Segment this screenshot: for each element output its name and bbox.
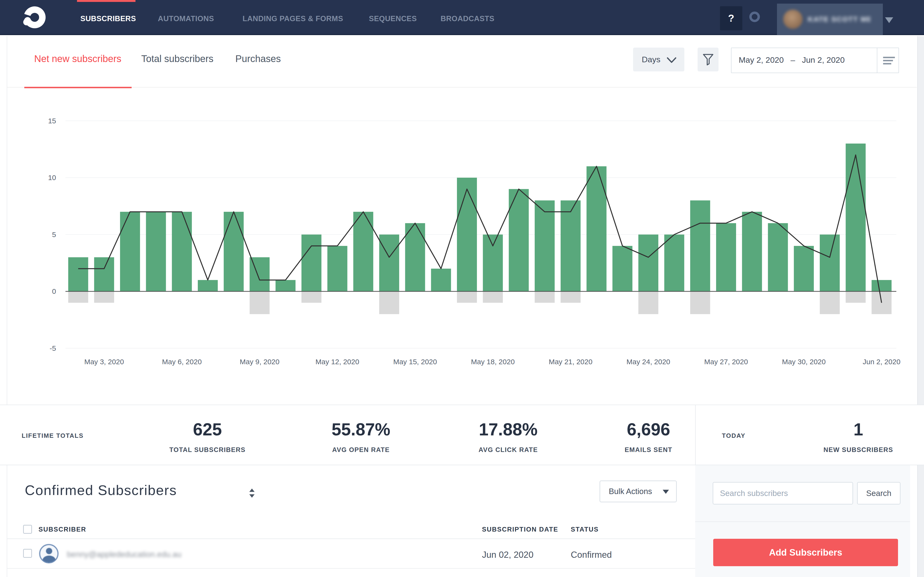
svg-text:May 24, 2020: May 24, 2020	[627, 358, 670, 366]
svg-text:15: 15	[48, 117, 56, 125]
svg-text:May 21, 2020: May 21, 2020	[549, 358, 593, 366]
svg-text:May 27, 2020: May 27, 2020	[704, 358, 748, 366]
svg-text:May 15, 2020: May 15, 2020	[393, 358, 437, 366]
svg-text:May 3, 2020: May 3, 2020	[84, 358, 124, 366]
svg-text:10: 10	[48, 174, 56, 182]
svg-text:May 9, 2020: May 9, 2020	[240, 358, 279, 366]
svg-text:May 18, 2020: May 18, 2020	[471, 358, 515, 366]
svg-text:May 6, 2020: May 6, 2020	[162, 358, 202, 366]
svg-text:5: 5	[52, 230, 56, 239]
svg-text:May 12, 2020: May 12, 2020	[315, 358, 359, 366]
svg-text:0: 0	[52, 287, 56, 295]
svg-text:May 30, 2020: May 30, 2020	[782, 358, 826, 366]
svg-text:-5: -5	[50, 344, 56, 352]
svg-text:Jun 2, 2020: Jun 2, 2020	[863, 358, 900, 366]
